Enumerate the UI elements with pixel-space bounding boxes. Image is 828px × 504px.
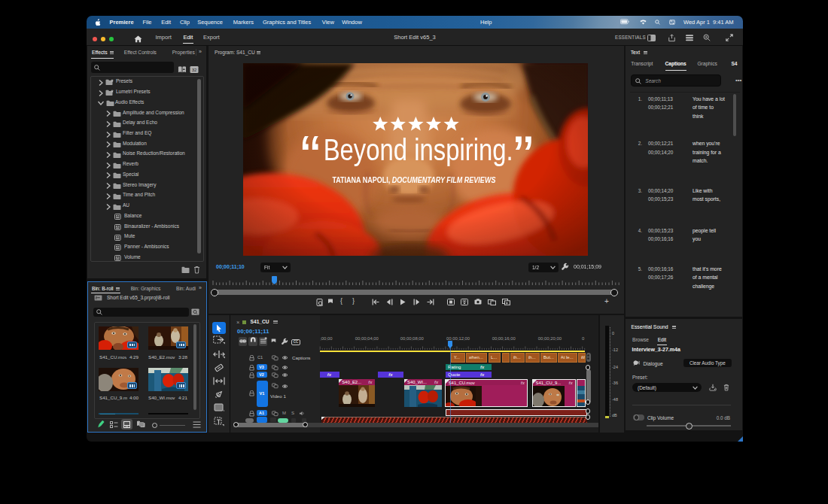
svg-text:Beyond inspiring.: Beyond inspiring. — [324, 133, 513, 166]
svg-text:32: 32 — [192, 68, 197, 72]
svg-text:TATIANA NAPOLI, DOCUMENTARY FI: TATIANA NAPOLI, DOCUMENTARY FILM REVIEWS — [332, 176, 495, 184]
svg-text:“: “ — [300, 123, 321, 190]
svg-text:”: ” — [513, 123, 534, 190]
